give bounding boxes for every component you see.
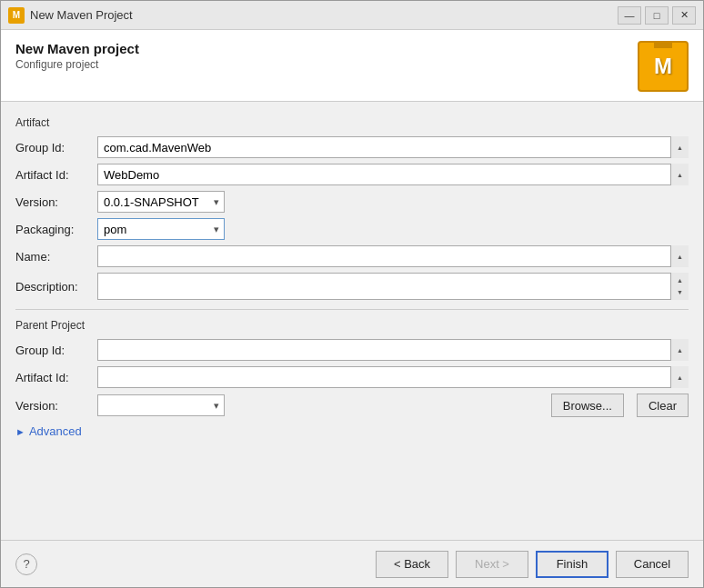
form-content: Artifact Group Id: ▲ Artifact Id: ▲ V [1, 102, 703, 540]
description-label: Description: [15, 280, 97, 294]
title-bar-controls: — □ ✕ [618, 6, 696, 25]
artifact-id-input[interactable] [97, 164, 689, 185]
packaging-row: Packaging: pom jar war ear [15, 218, 689, 240]
header-subtitle: Configure project [15, 58, 638, 71]
packaging-select-wrapper: pom jar war ear [97, 218, 225, 240]
description-row: Description: ▲ ▼ [15, 273, 689, 300]
finish-button[interactable]: Finish [536, 551, 608, 578]
header-title: New Maven project [15, 41, 638, 56]
group-id-label: Group Id: [15, 141, 97, 154]
group-id-row: Group Id: ▲ [15, 136, 689, 158]
close-button[interactable]: ✕ [672, 6, 696, 25]
artifact-id-label: Artifact Id: [15, 168, 97, 182]
next-button[interactable]: Next > [456, 551, 528, 578]
parent-version-select-wrapper [97, 394, 225, 416]
parent-group-id-input[interactable] [97, 339, 689, 361]
version-select-wrapper: 0.0.1-SNAPSHOT [97, 191, 225, 213]
description-input-wrapper: ▲ ▼ [97, 273, 689, 300]
parent-group-id-label: Group Id: [15, 344, 97, 357]
app-icon: M [8, 7, 25, 24]
advanced-triangle-icon: ► [15, 426, 25, 437]
header-text: New Maven project Configure project [15, 41, 638, 71]
artifact-section-label: Artifact [15, 116, 689, 129]
parent-group-id-input-wrapper: ▲ [97, 339, 689, 361]
parent-version-select[interactable] [97, 394, 225, 416]
parent-group-id-dropdown-btn[interactable]: ▲ [670, 339, 689, 361]
group-id-input[interactable] [97, 136, 689, 158]
parent-artifact-id-label: Artifact Id: [15, 371, 97, 384]
maven-icon: M [638, 41, 689, 92]
name-input[interactable] [97, 245, 689, 267]
group-id-input-wrapper: ▲ [97, 136, 689, 158]
group-id-dropdown-btn[interactable]: ▲ [670, 136, 689, 158]
dialog-footer: ? < Back Next > Finish Cancel [1, 540, 703, 587]
parent-version-label: Version: [15, 399, 97, 413]
footer-buttons: < Back Next > Finish Cancel [376, 551, 689, 578]
name-row: Name: ▲ [15, 245, 689, 267]
version-select[interactable]: 0.0.1-SNAPSHOT [97, 191, 225, 213]
description-input[interactable] [97, 273, 689, 300]
version-label: Version: [15, 195, 97, 209]
description-arrows-btn[interactable]: ▲ ▼ [670, 273, 689, 300]
parent-section-label: Parent Project [15, 319, 689, 332]
packaging-select[interactable]: pom jar war ear [97, 218, 225, 240]
back-button[interactable]: < Back [376, 551, 448, 578]
artifact-id-row: Artifact Id: ▲ [15, 164, 689, 185]
name-dropdown-btn[interactable]: ▲ [670, 245, 689, 267]
dialog-header: New Maven project Configure project M [1, 30, 703, 102]
parent-artifact-id-input-wrapper: ▲ [97, 366, 689, 388]
clear-button[interactable]: Clear [637, 394, 689, 417]
packaging-label: Packaging: [15, 223, 97, 236]
parent-group-id-row: Group Id: ▲ [15, 339, 689, 361]
cancel-button[interactable]: Cancel [616, 551, 689, 578]
artifact-id-input-wrapper: ▲ [97, 164, 689, 185]
parent-artifact-id-input[interactable] [97, 366, 689, 388]
parent-artifact-id-row: Artifact Id: ▲ [15, 366, 689, 388]
minimize-button[interactable]: — [618, 6, 641, 25]
browse-button[interactable]: Browse... [551, 394, 624, 417]
artifact-id-dropdown-btn[interactable]: ▲ [670, 164, 689, 185]
name-label: Name: [15, 250, 97, 264]
window: M New Maven Project — □ ✕ New Maven proj… [0, 0, 704, 588]
advanced-section[interactable]: ► Advanced [15, 424, 689, 438]
name-input-wrapper: ▲ [97, 245, 689, 267]
advanced-label: Advanced [29, 424, 82, 438]
section-divider [15, 309, 689, 310]
title-bar: M New Maven Project — □ ✕ [1, 1, 703, 30]
maximize-button[interactable]: □ [645, 6, 669, 25]
window-title: New Maven Project [30, 8, 618, 22]
parent-version-row: Version: Browse... Clear [15, 394, 689, 417]
parent-artifact-id-dropdown-btn[interactable]: ▲ [670, 366, 689, 388]
help-button[interactable]: ? [15, 553, 37, 575]
version-row: Version: 0.0.1-SNAPSHOT [15, 191, 689, 213]
